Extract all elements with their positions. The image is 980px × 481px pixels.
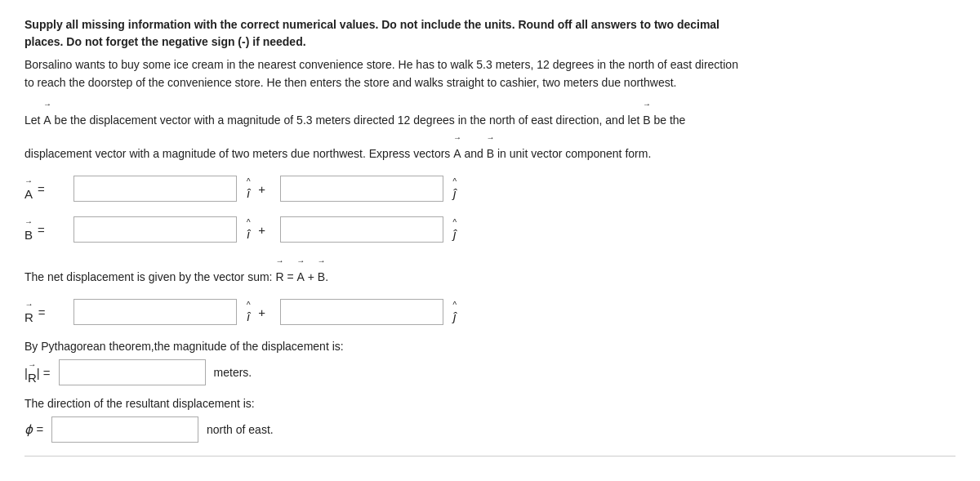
- vector-R-i-hat-label: ^î +: [247, 301, 270, 323]
- vector-B-j-hat-label: ^ĵ: [453, 219, 456, 241]
- vector-B-x-input[interactable]: [74, 216, 237, 243]
- A-symbol-eq: →A: [296, 257, 304, 287]
- bottom-divider: [24, 456, 956, 457]
- vector-B-label-symbol: →B: [24, 218, 33, 242]
- vector-R-label: →R =: [24, 301, 74, 324]
- vector-A-symbol: →A: [43, 100, 51, 131]
- vector-R-label-symbol: →R: [24, 301, 33, 324]
- j-hat-R: ^ĵ: [453, 301, 456, 323]
- let-statement-1: Let →A be the displacement vector with a…: [24, 100, 956, 131]
- vector-A-x-input[interactable]: [74, 176, 237, 202]
- vector-A-label-symbol: →A: [24, 177, 33, 201]
- phi-label: ϕ =: [24, 422, 43, 437]
- north-of-east-label: north of east.: [207, 423, 274, 436]
- abs-R-symbol: →R: [28, 361, 37, 385]
- j-hat-B: ^ĵ: [453, 219, 456, 241]
- vector-R-j-hat-label: ^ĵ: [453, 301, 456, 323]
- problem-text-1: Borsalino wants to buy some ice cream in…: [24, 56, 956, 92]
- direction-text: The direction of the resultant displacem…: [24, 397, 956, 410]
- magnitude-input[interactable]: [59, 359, 206, 385]
- i-hat-A: ^î: [247, 178, 250, 200]
- plus-sign-A: +: [258, 182, 265, 196]
- R-symbol: →R: [275, 257, 283, 287]
- vector-B-symbol: →B: [643, 100, 650, 131]
- page-container: Supply all missing information with the …: [24, 16, 956, 457]
- net-displacement-text: The net displacement is given by the vec…: [24, 257, 956, 287]
- i-hat-B: ^î: [247, 219, 250, 241]
- vector-B-i-hat-label: ^î +: [247, 219, 270, 241]
- instructions-block: Supply all missing information with the …: [24, 16, 956, 51]
- vector-A-j-hat-label: ^ĵ: [453, 178, 456, 200]
- vector-R-x-input[interactable]: [74, 299, 237, 325]
- magnitude-text: By Pythagorean theorem,the magnitude of …: [24, 340, 956, 353]
- B-symbol-eq: →B: [318, 257, 325, 287]
- vector-R-y-input[interactable]: [280, 299, 443, 325]
- vector-B-y-input[interactable]: [280, 216, 443, 243]
- plus-sign-B: +: [258, 223, 265, 237]
- magnitude-row: |→R| = meters.: [24, 359, 956, 385]
- instruction-text: Supply all missing information with the …: [24, 16, 956, 51]
- j-hat-A: ^ĵ: [453, 178, 456, 200]
- vector-R-row: →R = ^î + ^ĵ: [24, 299, 956, 325]
- meters-label: meters.: [214, 366, 252, 379]
- vector-B-inline: →B: [487, 134, 494, 164]
- plus-sign-R: +: [258, 305, 265, 319]
- i-hat-R: ^î: [247, 301, 250, 323]
- vector-A-inline: →A: [453, 134, 461, 164]
- direction-input[interactable]: [51, 416, 198, 443]
- vector-A-label: →A =: [24, 177, 74, 201]
- direction-section: The direction of the resultant displacem…: [24, 397, 956, 443]
- vector-A-row: →A = ^î + ^ĵ: [24, 176, 956, 202]
- vector-A-i-hat-label: ^î +: [247, 178, 270, 200]
- magnitude-label: |→R| =: [24, 361, 51, 385]
- direction-row: ϕ = north of east.: [24, 416, 956, 443]
- vector-B-row: →B = ^î + ^ĵ: [24, 216, 956, 243]
- vector-B-label: →B =: [24, 218, 74, 242]
- vector-A-y-input[interactable]: [280, 176, 443, 202]
- magnitude-section: By Pythagorean theorem,the magnitude of …: [24, 340, 956, 385]
- problem-block: Borsalino wants to buy some ice cream in…: [24, 56, 956, 164]
- vector-inputs-section: →A = ^î + ^ĵ →B = ^î +: [24, 176, 956, 243]
- let-statement-2: displacement vector with a magnitude of …: [24, 134, 956, 164]
